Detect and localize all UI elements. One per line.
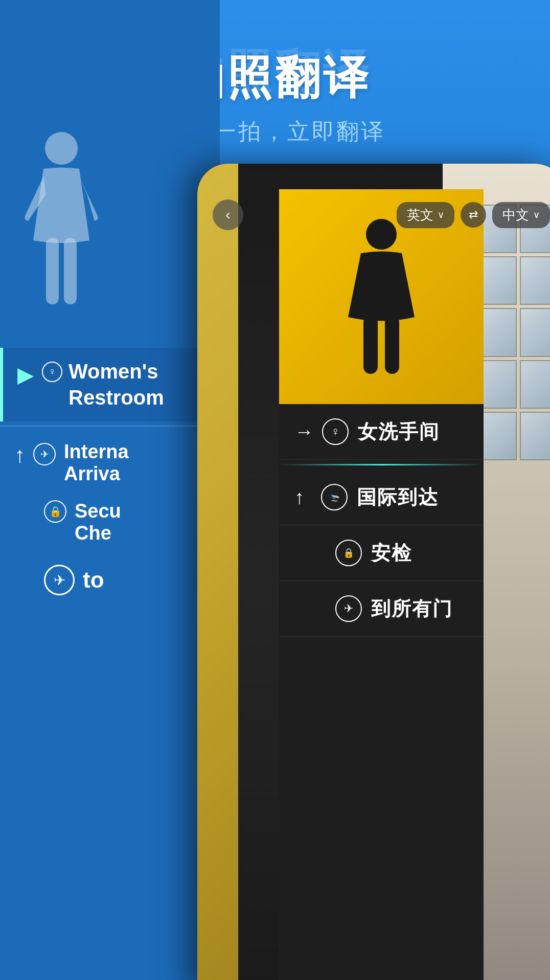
chevron-down-icon2: ∨ <box>533 209 540 220</box>
svg-rect-4 <box>363 315 378 374</box>
back-icon: ‹ <box>225 207 230 223</box>
left-sign-section: ▶ ♀ Women's Restroom ↑ ✈ <box>0 348 220 606</box>
svg-point-0 <box>45 132 78 165</box>
women-sign-figure <box>335 215 427 378</box>
window-pane <box>520 360 550 409</box>
lang-from-label: 英文 <box>407 206 433 224</box>
chevron-down-icon: ∨ <box>438 209 444 220</box>
sign-row-security: 🔒 安检 <box>279 525 484 581</box>
sign-row-womens: → ♀ 女洗手间 <box>279 404 484 460</box>
sign-post: → ♀ 女洗手间 ↑ 🛬 国际到达 🔒 安检 <box>238 164 443 980</box>
svg-rect-2 <box>64 238 77 304</box>
swap-icon: ⇄ <box>469 208 478 221</box>
gates-translated-text: 到所有门 <box>371 596 453 622</box>
left-to-text: to <box>83 567 104 593</box>
arrow-right-icon: → <box>294 421 314 443</box>
left-bg-overlay: ▶ ♀ Women's Restroom ↑ ✈ <box>0 0 220 980</box>
window-pane <box>520 308 550 357</box>
security-icon: 🔒 <box>335 540 362 566</box>
sign-dark-body: → ♀ 女洗手间 ↑ 🛬 国际到达 🔒 安检 <box>279 404 484 980</box>
sign-row-gates: ✈ 到所有门 <box>279 581 484 637</box>
lang-selector: 英文 ∨ ⇄ 中文 ∨ <box>397 202 550 228</box>
arrow-up-icon: ↑ <box>294 486 313 508</box>
window-pane <box>481 308 516 357</box>
sign-row-intl: ↑ 🛬 国际到达 <box>279 470 484 525</box>
left-womens-text: Women's <box>68 360 158 383</box>
lang-swap-button[interactable]: ⇄ <box>461 202 486 228</box>
lang-to-pill[interactable]: 中文 ∨ <box>492 202 550 228</box>
window-pane <box>520 256 550 305</box>
lang-from-pill[interactable]: 英文 ∨ <box>397 202 454 228</box>
women-bg-figure <box>15 128 107 312</box>
phone-top-bar: ‹ 英文 ∨ ⇄ 中文 ∨ <box>197 194 550 235</box>
back-button[interactable]: ‹ <box>213 199 243 230</box>
intl-translated-text: 国际到达 <box>357 484 439 510</box>
gates-icon: ✈ <box>335 595 362 622</box>
womens-icon: ♀ <box>322 418 349 445</box>
phone-screen: → ♀ 女洗手间 ↑ 🛬 国际到达 🔒 安检 <box>197 164 550 980</box>
security-translated-text: 安检 <box>371 540 412 566</box>
lang-to-label: 中文 <box>502 206 529 224</box>
sign-divider <box>279 464 484 465</box>
svg-rect-5 <box>385 315 399 374</box>
window-pane <box>481 412 516 460</box>
left-intl-text: Interna <box>64 441 129 463</box>
phone-frame: → ♀ 女洗手间 ↑ 🛬 国际到达 🔒 安检 <box>197 164 550 980</box>
window-pane <box>481 360 516 409</box>
page-container: ▶ ♀ Women's Restroom ↑ ✈ <box>0 0 550 980</box>
window-pane <box>520 412 550 460</box>
window-pane <box>481 256 516 305</box>
svg-rect-1 <box>46 238 59 304</box>
left-restroom-text: Restroom <box>68 386 164 409</box>
intl-arrivals-icon: 🛬 <box>321 484 348 510</box>
womens-translated-text: 女洗手间 <box>358 419 440 445</box>
